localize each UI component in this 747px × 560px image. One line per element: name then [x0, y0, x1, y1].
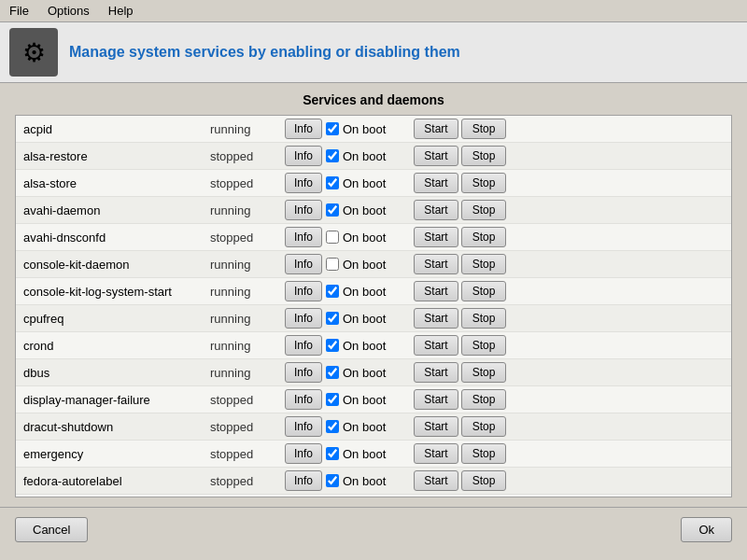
onboot-checkbox[interactable]: [326, 474, 339, 487]
info-button[interactable]: Info: [285, 227, 322, 247]
stop-button[interactable]: Stop: [461, 200, 506, 220]
service-name: avahi-dnsconfd: [23, 231, 210, 245]
stop-button[interactable]: Stop: [461, 119, 506, 139]
main-content: Services and daemons acpid running Info …: [0, 83, 747, 507]
info-button[interactable]: Info: [285, 146, 322, 166]
table-row: dracut-shutdown stopped Info On boot Sta…: [16, 413, 731, 441]
table-row: console-kit-log-system-start running Inf…: [16, 278, 731, 305]
cancel-button[interactable]: Cancel: [15, 517, 88, 542]
footer: Cancel Ok: [0, 507, 747, 552]
service-name: emergency: [23, 447, 210, 461]
onboot-label: On boot: [343, 393, 386, 407]
start-button[interactable]: Start: [414, 227, 458, 247]
service-status: stopped: [210, 420, 285, 434]
onboot-label: On boot: [343, 176, 386, 190]
stop-button[interactable]: Stop: [461, 335, 506, 356]
onboot-checkbox[interactable]: [326, 393, 339, 406]
service-status: running: [210, 122, 285, 136]
start-button[interactable]: Start: [414, 362, 458, 383]
onboot-label: On boot: [343, 285, 386, 299]
ok-button[interactable]: Ok: [681, 517, 732, 542]
info-button[interactable]: Info: [285, 119, 322, 139]
start-button[interactable]: Start: [414, 308, 458, 329]
onboot-checkbox[interactable]: [326, 339, 339, 352]
start-button[interactable]: Start: [414, 470, 458, 491]
info-button[interactable]: Info: [285, 362, 322, 383]
onboot-checkbox[interactable]: [326, 258, 339, 271]
onboot-checkbox[interactable]: [326, 231, 339, 244]
onboot-label: On boot: [343, 339, 386, 353]
table-row: avahi-dnsconfd stopped Info On boot Star…: [16, 224, 731, 251]
onboot-checkbox-area: On boot: [326, 366, 410, 380]
stop-button[interactable]: Stop: [461, 254, 506, 274]
onboot-checkbox[interactable]: [326, 312, 339, 325]
onboot-checkbox-area: On boot: [326, 122, 410, 136]
onboot-checkbox[interactable]: [326, 149, 339, 162]
service-name: cpufreq: [23, 312, 210, 326]
info-button[interactable]: Info: [285, 200, 322, 220]
start-button[interactable]: Start: [414, 389, 458, 410]
onboot-checkbox[interactable]: [326, 447, 339, 460]
stop-button[interactable]: Stop: [461, 308, 506, 329]
menu-file[interactable]: File: [4, 2, 35, 20]
info-button[interactable]: Info: [285, 173, 322, 193]
table-row: cpufreq running Info On boot Start Stop: [16, 305, 731, 332]
header: ⚙ Manage system services by enabling or …: [0, 22, 747, 83]
stop-button[interactable]: Stop: [461, 227, 506, 247]
stop-button[interactable]: Stop: [461, 146, 506, 166]
onboot-checkbox[interactable]: [326, 122, 339, 135]
info-button[interactable]: Info: [285, 389, 322, 410]
onboot-label: On boot: [343, 366, 386, 380]
start-button[interactable]: Start: [414, 119, 458, 139]
onboot-checkbox[interactable]: [326, 203, 339, 217]
onboot-label: On boot: [343, 312, 386, 326]
onboot-label: On boot: [343, 420, 386, 434]
stop-button[interactable]: Stop: [461, 362, 506, 383]
start-button[interactable]: Start: [414, 281, 458, 301]
service-name: acpid: [23, 122, 210, 136]
start-button[interactable]: Start: [414, 173, 458, 193]
onboot-checkbox-area: On boot: [326, 447, 410, 461]
stop-button[interactable]: Stop: [461, 389, 506, 410]
stop-button[interactable]: Stop: [461, 281, 506, 301]
service-status: running: [210, 258, 285, 272]
service-status: running: [210, 339, 285, 353]
info-button[interactable]: Info: [285, 281, 322, 301]
stop-button[interactable]: Stop: [461, 173, 506, 193]
onboot-checkbox[interactable]: [326, 285, 339, 298]
services-table[interactable]: acpid running Info On boot Start Stop al…: [15, 115, 732, 497]
onboot-checkbox-area: On boot: [326, 393, 410, 407]
onboot-checkbox[interactable]: [326, 420, 339, 433]
onboot-label: On boot: [343, 149, 386, 163]
service-name: crond: [23, 339, 210, 353]
onboot-checkbox-area: On boot: [326, 420, 410, 434]
start-button[interactable]: Start: [414, 443, 458, 464]
onboot-checkbox-area: On boot: [326, 176, 410, 190]
info-button[interactable]: Info: [285, 254, 322, 274]
info-button[interactable]: Info: [285, 308, 322, 329]
info-button[interactable]: Info: [285, 335, 322, 356]
start-button[interactable]: Start: [414, 146, 458, 166]
start-button[interactable]: Start: [414, 416, 458, 437]
service-status: stopped: [210, 149, 285, 163]
start-button[interactable]: Start: [414, 200, 458, 220]
menu-options[interactable]: Options: [42, 2, 95, 20]
onboot-checkbox[interactable]: [326, 366, 339, 379]
info-button[interactable]: Info: [285, 416, 322, 437]
gear-icon: ⚙: [9, 28, 58, 77]
menu-help[interactable]: Help: [103, 2, 139, 20]
service-name: console-kit-log-system-start: [23, 285, 210, 299]
info-button[interactable]: Info: [285, 443, 322, 464]
stop-button[interactable]: Stop: [461, 470, 506, 491]
onboot-checkbox[interactable]: [326, 176, 339, 189]
onboot-checkbox-area: On boot: [326, 474, 410, 488]
start-button[interactable]: Start: [414, 254, 458, 274]
service-status: running: [210, 203, 285, 217]
stop-button[interactable]: Stop: [461, 416, 506, 437]
info-button[interactable]: Info: [285, 470, 322, 491]
service-name: dracut-shutdown: [23, 420, 210, 434]
service-status: stopped: [210, 474, 285, 488]
onboot-label: On boot: [343, 258, 386, 272]
stop-button[interactable]: Stop: [461, 443, 506, 464]
start-button[interactable]: Start: [414, 335, 458, 356]
